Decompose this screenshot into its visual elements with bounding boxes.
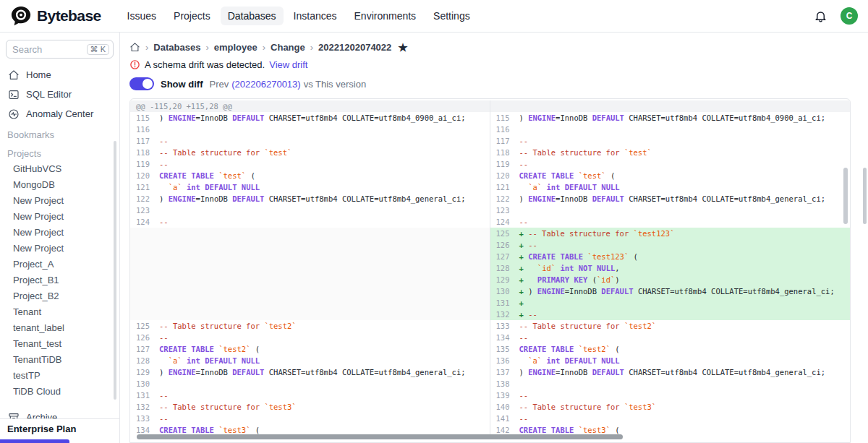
- brand-name: Bytebase: [37, 7, 101, 25]
- diff-cell: 124--: [130, 216, 490, 228]
- diff-cell: 137) ENGINE=InnoDB DEFAULT CHARSET=utf8m…: [490, 366, 851, 378]
- bookmark-star-icon[interactable]: ★: [398, 42, 407, 53]
- diff-cell: 141--: [490, 413, 851, 424]
- sidebar-project-item[interactable]: New Project: [0, 241, 119, 257]
- code-line: --: [155, 216, 169, 228]
- sidebar-project-item[interactable]: MongoDB: [0, 177, 119, 193]
- diff-horizontal-scrollbar[interactable]: [137, 434, 623, 439]
- line-number: 117: [130, 135, 155, 147]
- version-compare-text: Prev (202206270013) vs This version: [210, 79, 367, 90]
- sql-editor-icon: [8, 89, 20, 100]
- line-number: 118: [490, 147, 515, 158]
- code-line: [155, 378, 159, 390]
- breadcrumb-item-employee[interactable]: employee: [214, 42, 258, 53]
- breadcrumb-item-version[interactable]: 20221202074022: [318, 42, 391, 53]
- nav-item-projects[interactable]: Projects: [166, 7, 218, 25]
- view-drift-link[interactable]: View drift: [269, 59, 307, 70]
- app-screen: Bytebase IssuesProjectsDatabasesInstance…: [0, 0, 868, 443]
- diff-row: 123123: [130, 205, 850, 216]
- line-number: 119: [490, 158, 515, 170]
- diff-cell: 136 `a` int DEFAULT NULL: [490, 355, 851, 366]
- sidebar-project-item[interactable]: New Project: [0, 209, 119, 225]
- diff-cell: 125+ -- Table structure for `test123`: [490, 228, 851, 239]
- diff-cell: 128+ `id` int NOT NULL,: [490, 262, 851, 274]
- diff-row: @@ -115,20 +115,28 @@: [130, 100, 850, 112]
- search-shortcut-badge: ⌘ K: [87, 44, 109, 55]
- nav-item-settings[interactable]: Settings: [426, 7, 477, 25]
- code-line: --: [515, 158, 529, 170]
- code-line: ) ENGINE=InnoDB DEFAULT CHARSET=utf8mb4 …: [515, 366, 826, 378]
- bytebase-logo[interactable]: Bytebase: [10, 5, 101, 27]
- sidebar-project-item[interactable]: Project_B1: [0, 272, 119, 288]
- anomaly-center-icon: [8, 108, 20, 120]
- page-scrollbar[interactable]: [863, 168, 867, 224]
- diff-vertical-scrollbar[interactable]: [843, 168, 848, 224]
- breadcrumb-home-icon[interactable]: [129, 42, 140, 53]
- user-avatar[interactable]: C: [841, 7, 858, 25]
- diff-cell: 126+ --: [490, 239, 851, 251]
- sidebar-project-item[interactable]: Tenant: [0, 304, 119, 320]
- sidebar-project-item[interactable]: TenantTiDB: [0, 352, 119, 368]
- diff-cell: 132-- Table structure for `test3`: [130, 401, 490, 413]
- code-line: -- Table structure for `test`: [515, 147, 652, 158]
- diff-cell: 124--: [490, 216, 851, 228]
- nav-item-instances[interactable]: Instances: [286, 7, 344, 25]
- line-number: 122: [130, 193, 155, 205]
- bell-icon[interactable]: [814, 9, 827, 23]
- nav-item-databases[interactable]: Databases: [221, 7, 284, 25]
- diff-cell: 128 `a` int DEFAULT NULL: [130, 355, 490, 366]
- code-line: -- Table structure for `test`: [155, 147, 292, 158]
- sidebar-section-projects[interactable]: Projects: [0, 142, 119, 161]
- sidebar-project-item[interactable]: Tenant_test: [0, 336, 119, 352]
- code-line: + CREATE TABLE `test123` (: [515, 251, 638, 262]
- line-number: 133: [130, 413, 155, 424]
- code-line: + --: [515, 309, 537, 320]
- sidebar-project-item[interactable]: Project_A: [0, 257, 119, 272]
- prev-version-link[interactable]: (202206270013): [231, 79, 300, 90]
- vs-label: vs This version: [304, 79, 366, 90]
- sidebar-item-home[interactable]: Home: [0, 65, 119, 85]
- diff-cell: 127+ CREATE TABLE `test123` (: [490, 251, 851, 262]
- diff-cell: [130, 285, 490, 297]
- sidebar-item-anomaly-center[interactable]: Anomaly Center: [0, 104, 119, 124]
- breadcrumb-item-change[interactable]: Change: [271, 42, 305, 53]
- search-input[interactable]: [12, 44, 75, 55]
- sidebar-project-item[interactable]: Project_B2: [0, 288, 119, 304]
- sidebar-section-bookmarks[interactable]: Bookmarks: [0, 124, 119, 142]
- code-line: CREATE TABLE `test2` (: [515, 343, 620, 355]
- code-line: --: [515, 390, 529, 401]
- line-number: 126: [130, 332, 155, 343]
- sidebar-project-item[interactable]: TiDB Cloud: [0, 384, 119, 400]
- main-nav: IssuesProjectsDatabasesInstancesEnvironm…: [120, 7, 477, 25]
- diff-cell: 131--: [130, 390, 490, 401]
- code-line: `a` int DEFAULT NULL: [155, 181, 260, 193]
- code-line: + --: [515, 239, 537, 251]
- line-number: 133: [490, 320, 515, 332]
- diff-row: 129+ PRIMARY KEY (`id`): [130, 274, 850, 285]
- sidebar-project-item[interactable]: New Project: [0, 193, 119, 209]
- line-number: 122: [490, 193, 515, 205]
- sidebar-scrollbar[interactable]: [114, 141, 116, 400]
- diff-cell: 118-- Table structure for `test`: [490, 147, 851, 158]
- sidebar-project-item[interactable]: testTP: [0, 368, 119, 384]
- show-diff-toggle[interactable]: [129, 77, 154, 90]
- diff-cell: 123: [130, 205, 490, 216]
- code-line: -- Table structure for `test2`: [155, 320, 297, 332]
- nav-item-environments[interactable]: Environments: [347, 7, 424, 25]
- line-number: 120: [490, 170, 515, 181]
- diff-cell: 117--: [130, 135, 490, 147]
- code-line: ) ENGINE=InnoDB DEFAULT CHARSET=utf8mb4 …: [155, 112, 466, 124]
- nav-item-issues[interactable]: Issues: [120, 7, 163, 25]
- code-line: --: [515, 413, 529, 424]
- diff-cell: 115) ENGINE=InnoDB DEFAULT CHARSET=utf8m…: [130, 112, 490, 124]
- sidebar-item-sql-editor[interactable]: SQL Editor: [0, 85, 119, 104]
- search-box[interactable]: ⌘ K: [6, 40, 114, 59]
- sidebar-project-item[interactable]: New Project: [0, 225, 119, 241]
- code-line: ) ENGINE=InnoDB DEFAULT CHARSET=utf8mb4 …: [515, 112, 826, 124]
- sidebar-project-item[interactable]: tenant_label: [0, 320, 119, 336]
- breadcrumb-item-databases[interactable]: Databases: [153, 42, 200, 53]
- diff-row: 128 `a` int DEFAULT NULL136 `a` int DEFA…: [130, 355, 850, 366]
- diff-row: 125+ -- Table structure for `test123`: [130, 228, 850, 239]
- sidebar-project-item[interactable]: GitHubVCS: [0, 161, 119, 177]
- breadcrumb: › Databases › employee › Change › 202212…: [129, 42, 851, 53]
